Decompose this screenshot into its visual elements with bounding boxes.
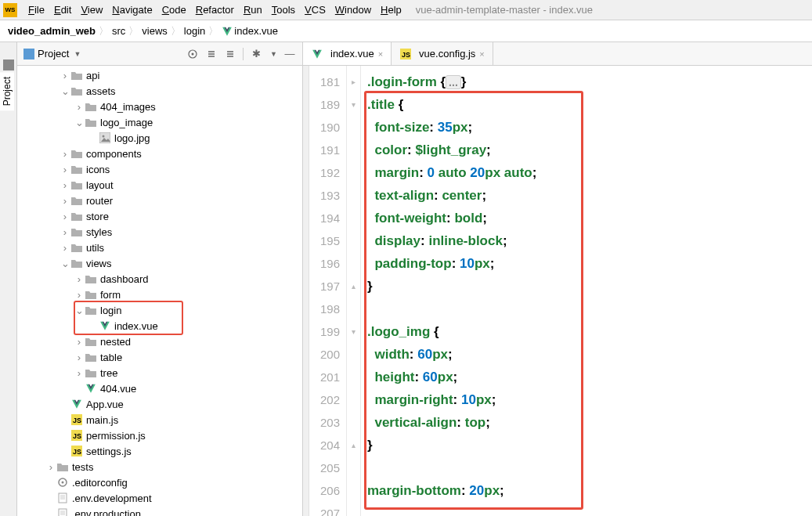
code-line-206[interactable]: margin-bottom: 20px; [367, 479, 812, 502]
tree-node-table[interactable]: ›table [17, 349, 302, 365]
code-line-192[interactable]: margin: 0 auto 20px auto; [367, 161, 812, 184]
tree-node-index-vue[interactable]: ·index.vue [17, 318, 302, 334]
code-line-197[interactable]: } [367, 275, 812, 298]
tree-node-logo-jpg[interactable]: ·logo.jpg [17, 130, 302, 146]
code-line-196[interactable]: padding-top: 10px; [367, 252, 812, 275]
tree-node-styles[interactable]: ›styles [17, 224, 302, 240]
close-icon[interactable]: × [378, 49, 383, 59]
tree-label: api [86, 70, 99, 81]
code-area[interactable]: .login-form {...}.title { font-size: 35p… [361, 66, 812, 516]
tree-node-store[interactable]: ›store [17, 208, 302, 224]
tree-node-views[interactable]: ⌄views [17, 255, 302, 271]
vue-icon [311, 49, 323, 60]
tree-node-404_images[interactable]: ›404_images [17, 99, 302, 114]
hide-icon[interactable]: — [283, 48, 296, 60]
menu-window[interactable]: Window [330, 2, 376, 17]
code-line-201[interactable]: height: 60px; [367, 366, 812, 388]
folder-icon [56, 461, 69, 472]
code-line-181[interactable]: .login-form {...} [367, 70, 812, 93]
breadcrumb-file[interactable]: index.vue [234, 25, 278, 37]
tree-node--env-development[interactable]: ·.env.development [17, 490, 302, 506]
fold-gutter[interactable]: ▸▾▴▾▴ [347, 66, 361, 516]
tree-node-login[interactable]: ⌄login [17, 302, 302, 318]
code-line-207[interactable] [367, 502, 812, 516]
code-line-200[interactable]: width: 60px; [367, 343, 812, 366]
editor-body[interactable]: 1811891901911921931941951961971981992002… [303, 66, 812, 516]
tree-node-permission-js[interactable]: ·JSpermission.js [17, 428, 302, 443]
code-line-199[interactable]: .logo_img { [367, 320, 812, 343]
menu-code[interactable]: Code [157, 2, 191, 17]
code-line-190[interactable]: font-size: 35px; [367, 116, 812, 139]
gear-icon[interactable]: ✱ [250, 48, 262, 60]
tree-node-components[interactable]: ›components [17, 146, 302, 161]
tree-label: settings.js [86, 446, 132, 457]
project-header: Project ▼ ✱ ▼ — [17, 42, 302, 66]
tree-node-icons[interactable]: ›icons [17, 161, 302, 177]
collapse-all-icon[interactable] [224, 48, 236, 60]
tree-label: utils [86, 242, 104, 254]
tree-node-api[interactable]: ›api [17, 67, 302, 83]
menu-navigate[interactable]: Navigate [107, 2, 157, 17]
tree-node--env-production[interactable]: ·.env.production [17, 506, 302, 516]
tree-node-settings-js[interactable]: ·JSsettings.js [17, 443, 302, 459]
project-view-selector[interactable]: Project ▼ [23, 48, 81, 60]
project-tree[interactable]: ›api⌄assets›404_images⌄logo_image·logo.j… [17, 66, 302, 516]
tree-node-404-vue[interactable]: ·404.vue [17, 381, 302, 396]
svg-text:JS: JS [73, 448, 81, 456]
tree-node-layout[interactable]: ›layout [17, 177, 302, 193]
breadcrumb-part[interactable]: src [112, 25, 125, 37]
menu-edit[interactable]: Edit [49, 2, 76, 17]
vue-icon [222, 26, 233, 37]
menu-run[interactable]: Run [239, 2, 267, 17]
code-line-203[interactable]: vertical-align: top; [367, 411, 812, 434]
tree-label: nested [100, 336, 131, 348]
code-line-189[interactable]: .title { [367, 93, 812, 116]
tree-label: assets [86, 85, 116, 97]
folder-icon [70, 179, 83, 190]
breadcrumb-root[interactable]: video_admin_web [8, 25, 96, 37]
tree-node-main-js[interactable]: ·JSmain.js [17, 412, 302, 428]
tree-node--editorconfig[interactable]: ·.editorconfig [17, 475, 302, 490]
tree-node-App-vue[interactable]: ·App.vue [17, 396, 302, 412]
expand-all-icon[interactable] [205, 48, 218, 60]
folder-icon [70, 211, 83, 222]
tree-node-tree[interactable]: ›tree [17, 365, 302, 381]
code-line-191[interactable]: color: $light_gray; [367, 139, 812, 161]
code-line-198[interactable] [367, 298, 812, 320]
menu-view[interactable]: View [76, 2, 107, 17]
tree-node-form[interactable]: ›form [17, 287, 302, 302]
tree-node-logo_image[interactable]: ⌄logo_image [17, 114, 302, 130]
tree-node-nested[interactable]: ›nested [17, 334, 302, 349]
tree-node-dashboard[interactable]: ›dashboard [17, 271, 302, 287]
menu-refactor[interactable]: Refactor [191, 2, 239, 17]
svg-point-11 [62, 482, 64, 484]
code-line-194[interactable]: font-weight: bold; [367, 207, 812, 229]
tree-label: logo_image [100, 117, 153, 128]
code-line-193[interactable]: text-align: center; [367, 184, 812, 207]
txt-icon [56, 508, 69, 516]
tab-vue-config-js[interactable]: JSvue.config.js× [392, 42, 493, 65]
menu-file[interactable]: File [23, 2, 49, 17]
breadcrumb-part[interactable]: login [184, 25, 205, 37]
code-line-205[interactable] [367, 456, 812, 479]
project-tool-tab[interactable]: Project [0, 72, 14, 110]
tree-node-utils[interactable]: ›utils [17, 240, 302, 255]
project-tool-icon[interactable] [3, 60, 14, 70]
breadcrumb-sep: 〉 [99, 24, 109, 38]
code-line-204[interactable]: } [367, 434, 812, 456]
menu-tools[interactable]: Tools [267, 2, 300, 17]
tab-index-vue[interactable]: index.vue× [303, 42, 392, 65]
tree-label: 404_images [100, 101, 156, 113]
code-line-195[interactable]: display: inline-block; [367, 229, 812, 252]
tree-label: tests [72, 461, 93, 473]
close-icon[interactable]: × [479, 49, 484, 59]
menu-help[interactable]: Help [376, 2, 406, 17]
menu-vcs[interactable]: VCS [300, 2, 330, 17]
locate-icon[interactable] [186, 48, 199, 60]
tree-node-router[interactable]: ›router [17, 193, 302, 208]
tree-node-tests[interactable]: ›tests [17, 459, 302, 475]
breadcrumb-part[interactable]: views [142, 25, 168, 37]
tree-node-assets[interactable]: ⌄assets [17, 83, 302, 99]
js-icon: JS [399, 49, 412, 60]
code-line-202[interactable]: margin-right: 10px; [367, 388, 812, 411]
